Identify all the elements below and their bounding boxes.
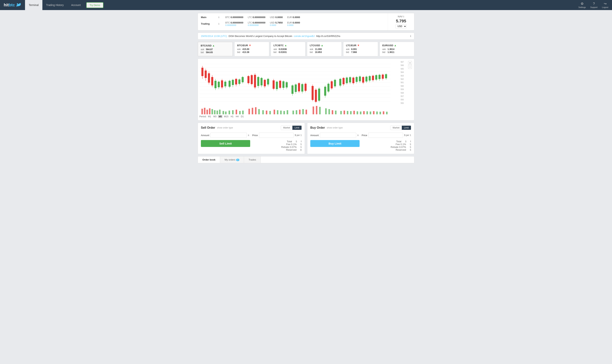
tab-trading-history[interactable]: Trading History: [42, 0, 67, 10]
ticker-ltcbtc-ask: 0.01936: [279, 48, 287, 51]
trading-ltc-value: 0.00000000: [253, 21, 265, 24]
tab-my-orders[interactable]: My orders0: [220, 156, 244, 163]
price-555: 555: [401, 102, 408, 104]
ticker-ltcbtc[interactable]: LTC/BTC ▲ ask 0.01936 bid 0.01931: [271, 42, 306, 56]
buy-reserved-label: Reserved: [396, 148, 406, 151]
svg-rect-142: [292, 111, 294, 114]
ticker-btcusd-bid-row: bid 564.65: [201, 51, 230, 54]
buy-limit-button[interactable]: Limit: [402, 126, 411, 130]
sell-amount-input[interactable]: [210, 133, 247, 138]
tab-terminal[interactable]: Terminal: [25, 0, 42, 10]
my-orders-badge: 0: [236, 159, 239, 161]
period-m1[interactable]: M1: [207, 115, 212, 118]
svg-rect-98: [359, 77, 361, 81]
buy-order-title: Buy Order: [310, 126, 325, 130]
svg-rect-34: [238, 79, 240, 84]
sell-fee-label: Fee 0.1%: [286, 143, 297, 146]
nav-currency-select[interactable]: USD EUR BTC: [395, 24, 407, 28]
svg-rect-134: [262, 110, 264, 114]
price-561: 561: [401, 81, 408, 84]
ticker-btceur[interactable]: BTC/EUR ▼ ask 415.00 bid 413.38: [234, 42, 269, 56]
svg-rect-94: [352, 78, 354, 83]
zoom-in-button[interactable]: +: [408, 61, 412, 65]
tab-order-book[interactable]: Order book: [198, 156, 220, 163]
main-info-icon[interactable]: ℹ: [218, 16, 219, 19]
news-text: DISH Becomes World's Largest Company to …: [229, 35, 292, 38]
sell-limit-submit-button[interactable]: Sell Limit: [201, 140, 250, 147]
tab-account[interactable]: Account: [67, 0, 84, 10]
svg-rect-135: [266, 111, 267, 114]
price-556: 556: [401, 99, 408, 101]
svg-rect-54: [276, 82, 278, 89]
ticker-ltcusd[interactable]: LTC/USD ▲ ask 11.000 bid 10.853: [307, 42, 342, 56]
period-d1[interactable]: D1: [240, 115, 244, 118]
svg-rect-82: [331, 81, 333, 88]
svg-rect-119: [211, 109, 213, 114]
price-560: 560: [401, 85, 408, 87]
svg-rect-26: [224, 82, 226, 86]
support-icon: ?: [593, 2, 595, 6]
buy-market-button[interactable]: Market: [390, 126, 402, 130]
svg-rect-50: [267, 79, 269, 84]
support-button[interactable]: ? Support: [590, 2, 598, 8]
nav-info-icon[interactable]: ℹ: [403, 15, 404, 18]
period-m15[interactable]: M15: [223, 115, 229, 118]
buy-submit-area: Buy Limit: [310, 140, 360, 149]
sell-amount-label: Amount: [201, 134, 209, 137]
sell-reserved-label: Reserved: [286, 148, 296, 151]
header: hitbtc Terminal Trading History Account …: [0, 0, 612, 10]
period-h1[interactable]: H1: [230, 115, 234, 118]
bottom-tabs: Order book My orders0 Trades: [198, 156, 414, 163]
svg-rect-100: [362, 77, 364, 83]
svg-rect-80: [327, 84, 330, 91]
sell-limit-button[interactable]: Limit: [292, 126, 302, 130]
tab-trades[interactable]: Trades: [244, 156, 261, 163]
buy-total-row: Total $ ℹ: [362, 140, 411, 143]
demo-button[interactable]: Try Demo: [86, 2, 104, 8]
main-usd-label: USD: [270, 16, 275, 19]
svg-rect-20: [214, 81, 217, 88]
period-m3[interactable]: M3: [213, 115, 217, 118]
sell-order-title: Sell Order: [201, 126, 215, 130]
svg-rect-149: [319, 107, 320, 114]
chart-main: [199, 60, 401, 105]
news-info-icon[interactable]: ℹ: [410, 35, 411, 38]
period-m5[interactable]: M5: [218, 115, 223, 118]
zoom-out-button[interactable]: −: [408, 65, 412, 69]
buy-amount-input[interactable]: [320, 133, 356, 138]
svg-rect-146: [306, 110, 307, 114]
sell-order-bottom: Sell Limit Total $ ℹ Fee 0.1% $ Rebate 0…: [201, 140, 302, 151]
buy-limit-submit-button[interactable]: Buy Limit: [310, 140, 360, 147]
ticker-ltceur[interactable]: LTC/EUR ▼ ask 8.091 bid 7.966: [343, 42, 378, 56]
period-h4[interactable]: H4: [235, 115, 239, 118]
sell-summary-info-icon[interactable]: ℹ: [301, 140, 302, 143]
sell-total-sym: $: [296, 140, 297, 143]
svg-rect-116: [204, 108, 205, 114]
buy-price-input[interactable]: [368, 133, 403, 138]
order-row: Sell Order show order type Market Limit …: [198, 123, 414, 154]
svg-rect-121: [217, 111, 218, 114]
svg-rect-14: [205, 70, 207, 78]
trading-info-icon[interactable]: ℹ: [218, 23, 219, 25]
svg-rect-163: [370, 112, 371, 114]
ticker-eurusd-bid: 1.3611: [388, 51, 394, 53]
ticker-eurusd[interactable]: EUR/USD ▲ ask 1.3614 bid 1.3611: [380, 42, 414, 56]
settings-button[interactable]: ⚙ Settings: [578, 2, 586, 8]
news-link[interactable]: coinde.sk/1hguwBJ: [294, 35, 315, 38]
svg-rect-154: [340, 111, 342, 114]
ticker-btcusd[interactable]: BTC/USD ▲ ask 564.87 bid 564.65: [198, 42, 233, 56]
nav-value: 5.795: [391, 19, 411, 24]
sell-market-button[interactable]: Market: [281, 126, 292, 130]
svg-rect-147: [313, 106, 314, 114]
svg-rect-155: [344, 111, 345, 114]
svg-rect-165: [376, 112, 378, 114]
svg-rect-167: [383, 111, 384, 114]
ticker-btcusd-bid: 564.65: [206, 51, 213, 54]
buy-summary-info-icon[interactable]: ℹ: [410, 140, 411, 143]
sell-order-header: Sell Order show order type Market Limit: [201, 126, 302, 130]
logout-button[interactable]: ↪ Logout: [602, 2, 608, 8]
svg-rect-115: [201, 109, 203, 114]
sell-price-input[interactable]: [259, 133, 294, 138]
svg-rect-145: [302, 109, 304, 114]
svg-rect-24: [221, 80, 223, 88]
